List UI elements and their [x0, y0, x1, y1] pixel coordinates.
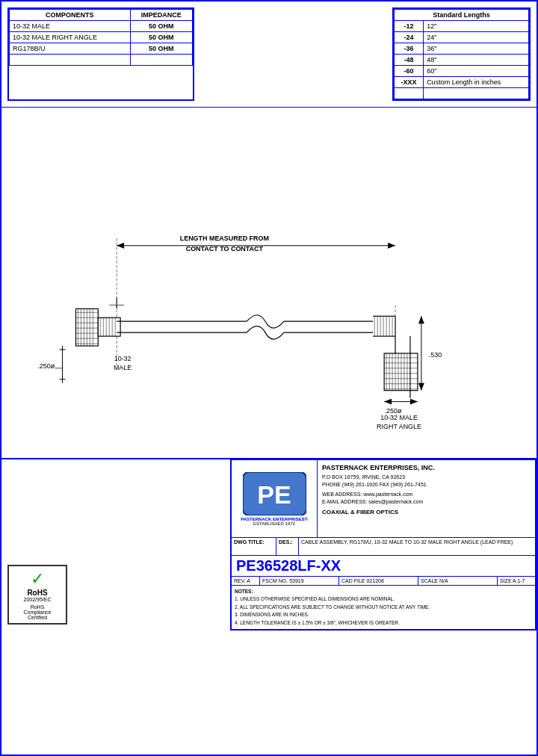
length-desc: 60" — [424, 66, 529, 77]
table-row — [10, 55, 193, 66]
size-cell: SIZE A 1-7 — [498, 577, 535, 585]
comp-impedance — [130, 55, 193, 66]
company-email: E-MAIL ADDRESS: sales@pasternack.com — [322, 498, 531, 506]
svg-text:10-32 MALE: 10-32 MALE — [380, 414, 418, 421]
length-code: -24 — [395, 32, 424, 43]
part-number-row: PE36528LF-XX — [232, 556, 535, 577]
spacer — [200, 1, 392, 107]
list-item: -24 24" — [395, 32, 529, 43]
length-desc: Custom Length in inches — [424, 77, 529, 88]
table-row: 10-32 MALE RIGHT ANGLE 50 OHM — [10, 32, 193, 43]
length-desc: 36" — [424, 43, 529, 55]
length-code: -60 — [395, 66, 424, 77]
svg-text:10-32: 10-32 — [114, 355, 132, 362]
svg-text:LENGTH MEASURED FROM: LENGTH MEASURED FROM — [180, 235, 269, 242]
company-info: PASTERNACK ENTERPRISES, INC. P.O BOX 167… — [318, 460, 535, 537]
title-des-row: DWG TITLE: DES.: CABLE ASSEMBLY, RG178/U… — [232, 538, 535, 556]
list-item: -12 12" — [395, 21, 529, 32]
svg-text:.250ø: .250ø — [385, 407, 402, 415]
std-lengths-table: Standard Lengths -12 12" -24 24" -36 36" — [392, 7, 531, 101]
length-code: -12 — [395, 21, 424, 32]
comp-impedance: 50 OHM — [130, 32, 193, 43]
company-address: P.O BOX 16759, IRVINE, CA 92623 — [322, 474, 531, 482]
company-name: PASTERNACK ENTERPRISES, INC. — [322, 463, 531, 474]
company-phone: PHONE (949) 261-1920 FAX (949) 261-7451 — [322, 481, 531, 489]
part-number: PE36528LF-XX — [236, 557, 341, 574]
svg-text:CONTACT TO CONTACT: CONTACT TO CONTACT — [186, 245, 264, 252]
comp-impedance: 50 OHM — [130, 21, 193, 32]
comp-name: 10-32 MALE RIGHT ANGLE — [10, 32, 131, 43]
note-4: 4. LENGTH TOLERANCE IS ± 1.5% OR ± 3/8",… — [235, 619, 532, 627]
dwg-title-label: DWG TITLE: — [232, 538, 276, 555]
std-lengths-header: Standard Lengths — [395, 10, 529, 21]
pe-logo-icon: PE — [243, 472, 306, 515]
bottom-section: ✓ RoHS 2002/95/EC RoHSComplianceCertifie… — [1, 459, 537, 630]
cad-cell: CAD FILE 021208 — [339, 577, 418, 585]
des-text: CABLE ASSEMBLY, RG178/U, 10-32 MALE TO 1… — [299, 538, 535, 555]
length-code: -36 — [395, 43, 424, 55]
length-code: -48 — [395, 55, 424, 66]
note-2: 2. ALL SPECIFICATIONS ARE SUBJECT TO CHA… — [235, 604, 532, 611]
note-3: 3. DIMENSIONS ARE IN INCHES. — [235, 611, 532, 619]
list-item: -XXX Custom Length in inches — [395, 77, 529, 88]
comp-name — [10, 55, 131, 66]
svg-marker-61 — [418, 383, 424, 391]
rohs-title: RoHS — [12, 589, 63, 597]
drawing-area: LENGTH MEASURED FROM CONTACT TO CONTACT — [1, 108, 537, 459]
des-label: DES.: — [276, 538, 299, 555]
notes-title: NOTES: — [235, 588, 532, 595]
fscm-cell: FSCM NO. 53919 — [260, 577, 339, 585]
list-item: -36 36" — [395, 43, 529, 55]
company-web: WEB ADDRESS: www.pasternack.com — [322, 491, 531, 499]
svg-text:MALE: MALE — [114, 364, 132, 371]
length-desc: 12" — [424, 21, 529, 32]
company-product-type: COAXIAL & FIBER OPTICS — [322, 508, 531, 517]
length-desc: 24" — [424, 32, 529, 43]
rev-cell: REV. A — [232, 577, 260, 585]
notes-area: NOTES: 1. UNLESS OTHERWISE SPECIFIED ALL… — [232, 586, 535, 629]
svg-marker-2 — [388, 243, 395, 249]
comp-impedance: 50 OHM — [130, 43, 193, 55]
svg-marker-64 — [384, 399, 392, 405]
list-item — [395, 88, 529, 99]
scale-cell: SCALE N/A — [418, 577, 498, 585]
technical-drawing: LENGTH MEASURED FROM CONTACT TO CONTACT — [1, 108, 537, 458]
title-block: PE PASTERNACK ENTERPRISES® ESTABLISHED 1… — [230, 459, 537, 630]
logo-estab-text: ESTABLISHED 1972 — [253, 521, 295, 526]
svg-marker-60 — [418, 316, 424, 323]
length-code: -XXX — [395, 77, 424, 88]
table-row: RG178B/U 50 OHM — [10, 43, 193, 55]
svg-text:.530: .530 — [429, 351, 442, 359]
list-item: -60 60" — [395, 66, 529, 77]
svg-text:.250ø: .250ø — [37, 362, 55, 370]
metadata-row: REV. A FSCM NO. 53919 CAD FILE 021208 SC… — [232, 577, 535, 586]
comp-name: RG178B/U — [10, 43, 131, 55]
logo-area: PE PASTERNACK ENTERPRISES® ESTABLISHED 1… — [232, 460, 318, 537]
title-block-header: PE PASTERNACK ENTERPRISES® ESTABLISHED 1… — [232, 460, 535, 538]
list-item: -48 48" — [395, 55, 529, 66]
rohs-box: ✓ RoHS 2002/95/EC RoHSComplianceCertifie… — [7, 565, 67, 625]
svg-marker-65 — [410, 399, 418, 405]
length-desc — [424, 88, 529, 99]
rohs-cert: RoHSComplianceCertified — [12, 604, 63, 620]
length-code — [395, 88, 424, 99]
rohs-code: 2002/95/EC — [12, 597, 63, 602]
table-row: 10-32 MALE 50 OHM — [10, 21, 193, 32]
svg-text:PE: PE — [257, 480, 291, 509]
comp-header2: IMPEDANCE — [130, 10, 193, 21]
comp-header1: COMPONENTS — [10, 10, 131, 21]
length-desc: 48" — [424, 55, 529, 66]
top-section: COMPONENTS IMPEDANCE 10-32 MALE 50 OHM 1… — [1, 1, 537, 108]
components-table: COMPONENTS IMPEDANCE 10-32 MALE 50 OHM 1… — [7, 7, 194, 101]
note-1: 1. UNLESS OTHERWISE SPECIFIED ALL DIMENS… — [235, 595, 532, 603]
page: COMPONENTS IMPEDANCE 10-32 MALE 50 OHM 1… — [0, 0, 538, 756]
svg-text:RIGHT ANGLE: RIGHT ANGLE — [377, 423, 421, 430]
comp-name: 10-32 MALE — [10, 21, 131, 32]
svg-marker-1 — [117, 243, 124, 249]
rohs-check-icon: ✓ — [12, 569, 63, 589]
